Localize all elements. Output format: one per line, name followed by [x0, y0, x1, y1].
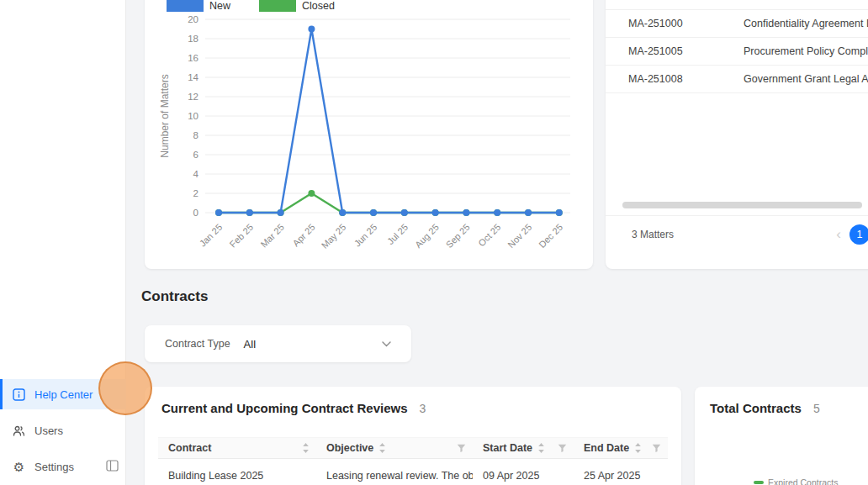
svg-text:Nov 25: Nov 25 — [505, 222, 533, 250]
matter-id-cell: MA-251008 — [606, 73, 732, 85]
table-row[interactable]: MA-251008Government Grant Legal Assess — [606, 66, 868, 93]
table-row[interactable]: MA-251005Procurement Policy Compliance — [606, 38, 868, 66]
svg-text:Oct 25: Oct 25 — [476, 222, 502, 248]
table-cell: Building Lease 2025 — [158, 459, 316, 485]
legend-label: New — [209, 0, 230, 12]
sidebar-collapse-icon[interactable] — [106, 460, 119, 472]
total-contracts-card: Total Contracts 5 Expired Contracts — [695, 387, 868, 485]
legend-item-new[interactable]: New — [167, 0, 230, 12]
chart-legend: NewClosed — [167, 0, 363, 12]
users-icon — [12, 424, 26, 437]
svg-text:Apr 25: Apr 25 — [290, 222, 316, 248]
svg-text:6: 6 — [193, 150, 198, 160]
pagination: ‹ 1 — [836, 224, 868, 245]
matter-id-cell: MA-251000 — [606, 18, 732, 29]
column-header-start-date[interactable]: Start Date — [473, 438, 574, 458]
column-label: Objective — [326, 442, 373, 454]
matters-line-chart: 02468101214161820Number of MattersJan 25… — [145, 0, 593, 269]
sort-icon[interactable] — [378, 442, 386, 454]
matters-footer: 3 Matters ‹ 1 — [606, 215, 868, 252]
click-highlight — [98, 361, 152, 415]
sidebar-item-label: Help Center — [34, 388, 93, 401]
donut-legend-item: Expired Contracts — [754, 477, 838, 485]
card-title: Total Contracts — [710, 401, 802, 415]
contract-type-select[interactable]: Contract Type All — [155, 331, 401, 356]
help-center-icon — [12, 388, 26, 401]
table-cell: 25 Apr 2025 — [574, 459, 668, 485]
matter-id-cell: MA-251005 — [606, 45, 732, 57]
svg-text:Jun 25: Jun 25 — [352, 222, 379, 249]
svg-text:Sep 25: Sep 25 — [444, 222, 472, 250]
column-label: Start Date — [483, 442, 532, 454]
total-contracts-count: 5 — [813, 402, 820, 415]
filter-icon[interactable] — [457, 444, 466, 453]
svg-text:Number of Matters: Number of Matters — [159, 74, 171, 157]
svg-text:20: 20 — [188, 14, 198, 24]
svg-text:Feb 25: Feb 25 — [228, 222, 256, 250]
card-title-row: Current and Upcoming Contract Reviews 3 — [161, 401, 426, 415]
sort-icon[interactable] — [537, 442, 545, 454]
matter-title-cell: Procurement Policy Compliance — [732, 45, 868, 57]
matter-title-cell: Confidentiality Agreement Draft — [732, 18, 868, 29]
svg-text:Dec 25: Dec 25 — [537, 222, 564, 250]
legend-marker — [754, 481, 764, 484]
svg-text:4: 4 — [193, 169, 199, 179]
svg-text:10: 10 — [188, 111, 198, 121]
svg-text:Mar 25: Mar 25 — [258, 222, 286, 250]
column-label: End Date — [584, 442, 629, 454]
matters-chart-card: NewClosed 02468101214161820Number of Mat… — [145, 0, 593, 269]
svg-text:0: 0 — [193, 208, 198, 218]
svg-text:14: 14 — [188, 72, 198, 82]
svg-text:Jul 25: Jul 25 — [385, 222, 410, 246]
column-header-objective[interactable]: Objective — [316, 438, 473, 458]
table-row[interactable]: MA-251000Confidentiality Agreement Draft — [606, 10, 868, 38]
column-header-contract[interactable]: Contract — [158, 438, 316, 458]
sidebar-item-label: Settings — [34, 461, 74, 473]
svg-text:Jan 25: Jan 25 — [198, 222, 225, 249]
contract-type-filter-card: Contract Type All — [145, 325, 411, 362]
sort-icon[interactable] — [302, 442, 310, 454]
contract-reviews-card: Current and Upcoming Contract Reviews 3 … — [145, 387, 681, 485]
horizontal-scrollbar[interactable] — [622, 202, 862, 208]
svg-text:May 25: May 25 — [320, 222, 348, 250]
column-header-end-date[interactable]: End Date — [574, 438, 668, 458]
matters-table-card: MA-251000Confidentiality Agreement Draft… — [606, 0, 868, 269]
matters-count: 3 Matters — [632, 229, 674, 240]
pagination-prev-button[interactable]: ‹ — [836, 227, 841, 241]
reviews-table-header: ContractObjectiveStart DateEnd Date — [158, 437, 668, 459]
card-title: Current and Upcoming Contract Reviews — [161, 401, 408, 415]
table-cell: Leasing renewal review. The objecti... — [316, 459, 473, 485]
svg-text:12: 12 — [188, 92, 198, 102]
select-label: Contract Type — [165, 338, 230, 350]
filter-icon[interactable] — [652, 444, 661, 453]
reviews-count: 3 — [420, 402, 426, 415]
svg-text:18: 18 — [188, 34, 198, 44]
table-cell: 09 Apr 2025 — [473, 459, 574, 485]
sidebar: Help Center Users ⚙ Settings — [0, 0, 126, 485]
legend-swatch — [259, 0, 296, 12]
legend-item-closed[interactable]: Closed — [259, 0, 335, 12]
legend-swatch — [167, 0, 204, 12]
svg-text:16: 16 — [188, 53, 198, 63]
pagination-page-1[interactable]: 1 — [849, 224, 868, 245]
filter-icon[interactable] — [558, 444, 567, 453]
svg-text:Aug 25: Aug 25 — [413, 222, 441, 250]
svg-text:8: 8 — [193, 130, 198, 140]
matters-table: MA-251000Confidentiality Agreement Draft… — [606, 9, 868, 93]
svg-text:2: 2 — [193, 188, 198, 198]
legend-label: Closed — [302, 0, 335, 12]
select-value: All — [244, 338, 256, 351]
sidebar-item-users[interactable]: Users — [0, 415, 126, 445]
legend-label: Expired Contracts — [768, 477, 838, 485]
gear-icon: ⚙ — [12, 461, 26, 473]
column-label: Contract — [168, 442, 211, 454]
matter-title-cell: Government Grant Legal Assess — [732, 73, 868, 85]
sidebar-item-label: Users — [34, 424, 63, 437]
card-title-row: Total Contracts 5 — [710, 401, 820, 415]
sort-icon[interactable] — [634, 442, 642, 454]
contracts-section-title: Contracts — [141, 288, 208, 305]
table-row[interactable]: Building Lease 2025Leasing renewal revie… — [158, 459, 668, 485]
chevron-down-icon — [382, 341, 391, 347]
